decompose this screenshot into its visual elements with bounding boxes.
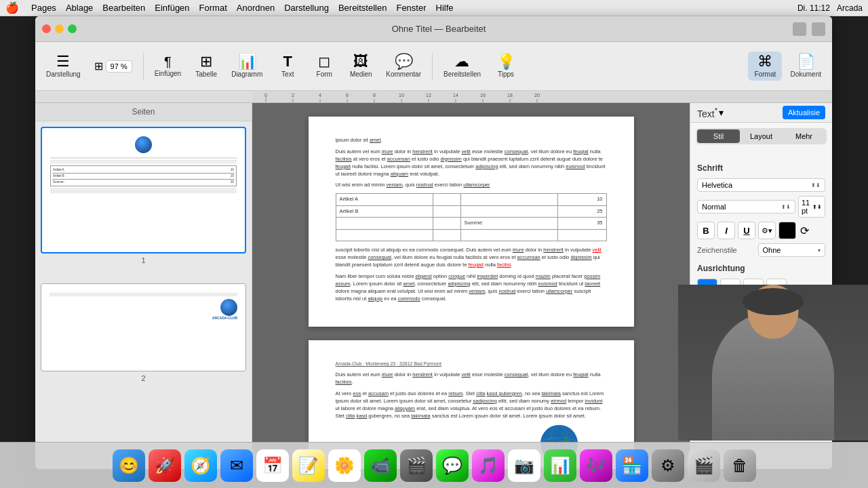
kommentar-icon: 💬 xyxy=(395,54,413,69)
color-swatch[interactable] xyxy=(778,222,796,239)
dock-numbers[interactable]: 📊 xyxy=(544,449,576,482)
ruler-area: 0 2 4 6 8 10 12 14 16 18 20 xyxy=(35,91,832,103)
font-name-value: Helvetica xyxy=(702,181,732,189)
font-size-value: 11 pt xyxy=(802,199,812,215)
dock-photos[interactable]: 🌼 xyxy=(328,449,361,482)
font-style-arrow: ⬆⬇ xyxy=(781,204,791,210)
table-cell-empty3 xyxy=(460,229,558,241)
menu-bearbeiten[interactable]: Bearbeiten xyxy=(102,3,145,13)
menu-darstellung[interactable]: Darstellung xyxy=(284,3,329,13)
dock-systemprefs[interactable]: ⚙ xyxy=(652,449,684,482)
toolbar-einfuegen[interactable]: ¶ Einfügen xyxy=(149,52,186,80)
menu-format[interactable]: Format xyxy=(199,3,227,13)
toolbar-text[interactable]: T Text xyxy=(271,52,304,81)
page2-address-bar: Arcada-Club · Musterweg 23 · 32812 Bad P… xyxy=(336,361,607,367)
table-cell-a-label: Artikel A xyxy=(336,194,433,206)
maximize-button[interactable] xyxy=(68,24,77,33)
toolbar-kommentar[interactable]: 💬 Kommentar xyxy=(380,52,427,81)
char-style-dropdown[interactable]: Ohne ▾ xyxy=(758,243,826,257)
person-hair xyxy=(743,288,804,315)
dock-itunes[interactable]: 🎶 xyxy=(580,449,612,482)
table-cell-a-empty2 xyxy=(460,194,558,206)
window-title: Ohne Titel — Bearbeitet xyxy=(85,24,793,34)
color-picker-button[interactable]: ⟳ xyxy=(799,222,810,239)
dock-notes[interactable]: 📝 xyxy=(292,449,325,482)
sidebar-pages: Artikel A10 Artikel B25 Summe:35 1 xyxy=(35,121,252,469)
sidebar-header: Seiten xyxy=(35,103,252,121)
sidebar: Seiten Artikel A10 xyxy=(35,103,252,469)
toolbar-medien[interactable]: 🖼 Medien xyxy=(344,52,378,81)
page-thumb-1[interactable]: Artikel A10 Artikel B25 Summe:35 1 xyxy=(41,127,246,264)
style-tabs: Stil Layout Mehr xyxy=(696,128,827,144)
toolbar-tipps[interactable]: 💡 Tipps xyxy=(489,52,523,81)
tipps-label: Tipps xyxy=(498,70,514,78)
dock-mail[interactable]: ✉ xyxy=(220,449,253,482)
toolbar-diagramm[interactable]: 📊 Diagramm xyxy=(226,52,268,81)
toolbar-darstellung[interactable]: ☰ Darstellung xyxy=(41,52,86,81)
font-size-stepper[interactable]: ⬆⬇ xyxy=(812,204,822,210)
page-thumb-2[interactable]: ARCADA-CLUB 2 xyxy=(41,283,246,382)
font-style-dropdown[interactable]: Normal ⬆⬇ xyxy=(697,200,795,214)
font-style-value: Normal xyxy=(702,203,726,211)
menu-fenster[interactable]: Fenster xyxy=(396,3,426,13)
italic-button[interactable]: I xyxy=(717,222,735,239)
toolbar-bereitstellen[interactable]: ☁ Bereitstellen xyxy=(438,52,486,81)
dock-safari[interactable]: 🧭 xyxy=(184,449,217,482)
toolbar-form[interactable]: ◻ Form xyxy=(307,52,341,81)
format-panel-label: Format xyxy=(755,70,776,78)
zoom-value[interactable]: 97 % xyxy=(106,60,132,73)
tab-mehr[interactable]: Mehr xyxy=(783,129,825,143)
toolbar-zoomen[interactable]: ⊞ 97 % xyxy=(89,57,138,75)
toolbar-tabelle[interactable]: ⊞ Tabelle xyxy=(189,52,223,81)
dock: 😊 🚀 🧭 ✉ 📅 📝 🌼 📹 🎬 💬 🎵 📷 📊 🎶 🏪 ⚙ 🎬 🗑 xyxy=(0,442,868,488)
svg-text:10: 10 xyxy=(399,93,404,98)
menu-bereitstellen[interactable]: Bereitstellen xyxy=(338,3,387,13)
table-cell-sum-label: Summe: xyxy=(460,218,558,230)
dock-finder[interactable]: 😊 xyxy=(113,449,145,482)
titlebar: Ohne Titel — Bearbeitet xyxy=(35,16,832,42)
minimize-button[interactable] xyxy=(55,24,64,33)
zoom-icon: ⊞ xyxy=(94,60,103,73)
window-btn-1[interactable] xyxy=(793,22,806,36)
bold-button[interactable]: B xyxy=(697,222,715,239)
menu-pages[interactable]: Pages xyxy=(31,3,56,13)
diagramm-label: Diagramm xyxy=(231,70,262,78)
dock-messages[interactable]: 💬 xyxy=(436,449,469,482)
dock-calendar[interactable]: 📅 xyxy=(256,449,289,482)
underline-button[interactable]: U xyxy=(738,222,755,239)
aktualisieren-button[interactable]: Aktualisie xyxy=(783,106,825,119)
table-cell-sum-empty2 xyxy=(433,218,461,230)
char-style-row: Zeichenstile Ohne ▾ xyxy=(697,243,825,257)
font-size-input[interactable]: 11 pt ⬆⬇ xyxy=(798,196,825,218)
tab-layout[interactable]: Layout xyxy=(740,129,783,143)
dock-music[interactable]: 🎵 xyxy=(472,449,505,482)
dock-launchpad[interactable]: 🚀 xyxy=(149,449,181,482)
dock-quicktime[interactable]: 🎬 xyxy=(688,449,720,482)
dock-facetime[interactable]: 📹 xyxy=(364,449,397,482)
dock-photos2[interactable]: 📷 xyxy=(508,449,540,482)
window-btn-2[interactable] xyxy=(812,22,825,36)
toolbar-format-panel[interactable]: ⌘ Format xyxy=(748,52,782,81)
darstellung-icon: ☰ xyxy=(56,54,70,69)
font-name-dropdown[interactable]: Helvetica ⬆⬇ xyxy=(697,178,825,192)
dock-imovie[interactable]: 🎬 xyxy=(400,449,433,482)
dock-appstore[interactable]: 🏪 xyxy=(616,449,648,482)
panel-dropdown-arrow[interactable]: ▾ xyxy=(719,107,724,118)
medien-icon: 🖼 xyxy=(353,54,368,69)
menu-anordnen[interactable]: Anordnen xyxy=(237,3,275,13)
tab-stil[interactable]: Stil xyxy=(697,129,740,143)
toolbar-dokument-panel[interactable]: 📄 Dokument xyxy=(785,52,827,81)
document-canvas[interactable]: lpsum dolor sit amet. Duis autem vel eum… xyxy=(252,103,690,469)
menu-ablage[interactable]: Ablage xyxy=(66,3,93,13)
apple-menu[interactable]: 🍎 xyxy=(5,1,19,14)
einfuegen-icon: ¶ xyxy=(164,55,172,68)
text-options-button[interactable]: ⚙▾ xyxy=(758,222,776,239)
menubar-time: Di. 11:12 xyxy=(797,3,830,13)
menu-hilfe[interactable]: Hilfe xyxy=(436,3,454,13)
menu-einfuegen[interactable]: Einfügen xyxy=(155,3,189,13)
close-button[interactable] xyxy=(42,24,51,33)
dock-trash[interactable]: 🗑 xyxy=(724,449,756,482)
menubar: 🍎 Pages Ablage Bearbeiten Einfügen Forma… xyxy=(0,0,868,16)
char-style-label: Zeichenstile xyxy=(697,246,755,254)
tipps-icon: 💡 xyxy=(497,54,515,69)
